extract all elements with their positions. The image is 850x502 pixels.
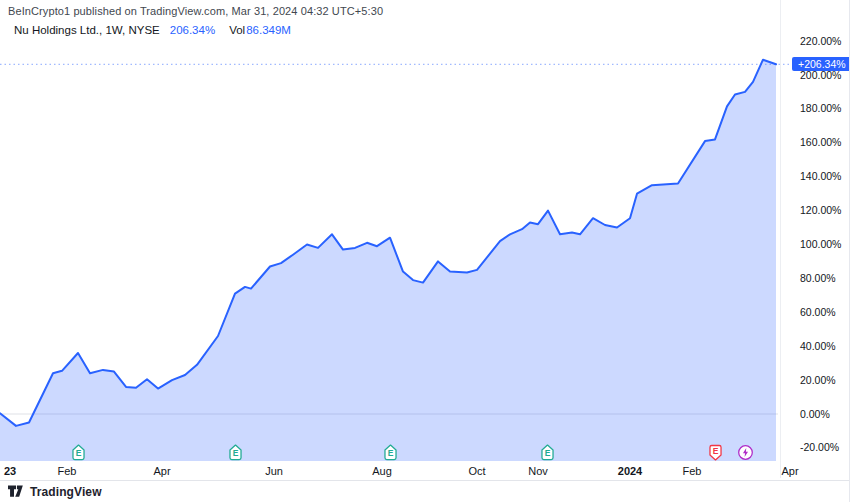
earnings-marker-icon[interactable]: E [539,444,556,461]
x-tick-label: Oct [468,465,485,477]
tradingview-logo-icon[interactable] [8,485,23,498]
x-tick-label: Feb [683,465,702,477]
y-tick-label: 80.00% [800,272,836,284]
earnings-marker-icon[interactable]: E [707,444,724,461]
tradingview-snapshot: BeInCrypto1 published on TradingView.com… [0,0,850,502]
y-tick-label: 220.00% [800,35,841,47]
x-tick-label: Feb [58,465,77,477]
y-tick-label: 180.00% [800,102,841,114]
earnings-marker-icon[interactable]: E [70,444,87,461]
y-tick-label: 20.00% [800,374,836,386]
x-tick-label: 2024 [618,465,642,477]
x-tick-label: Aug [372,465,392,477]
svg-text:E: E [545,448,551,458]
x-tick-label: Nov [528,465,548,477]
price-chart-canvas[interactable] [0,0,850,502]
area-fill [0,60,776,461]
y-tick-label: 120.00% [800,204,841,216]
x-tick-label: Jun [265,465,283,477]
svg-text:E: E [76,448,82,458]
event-bolt-marker-icon[interactable] [737,444,754,461]
y-tick-label: 60.00% [800,306,836,318]
y-tick-label: -20.00% [800,441,839,453]
x-tick-label: Apr [781,465,798,477]
y-tick-label: 100.00% [800,238,841,250]
earnings-marker-icon[interactable]: E [382,444,399,461]
y-tick-label: 140.00% [800,170,841,182]
svg-text:E: E [233,448,239,458]
y-tick-label: 40.00% [800,340,836,352]
current-price-badge: +206.34% [792,57,850,71]
svg-text:E: E [713,446,719,456]
tradingview-brand-label[interactable]: TradingView [30,485,102,499]
x-tick-label: 23 [4,465,16,477]
y-tick-label: 0.00% [800,408,830,420]
svg-text:E: E [388,448,394,458]
earnings-marker-icon[interactable]: E [227,444,244,461]
x-tick-label: Apr [153,465,170,477]
time-scale[interactable]: 23FebAprJunAugOctNov2024FebApr [0,462,778,480]
price-scale[interactable]: 220.00%200.00%180.00%160.00%140.00%120.0… [780,0,850,478]
y-tick-label: 160.00% [800,136,841,148]
footer-bar: TradingView [0,480,850,502]
